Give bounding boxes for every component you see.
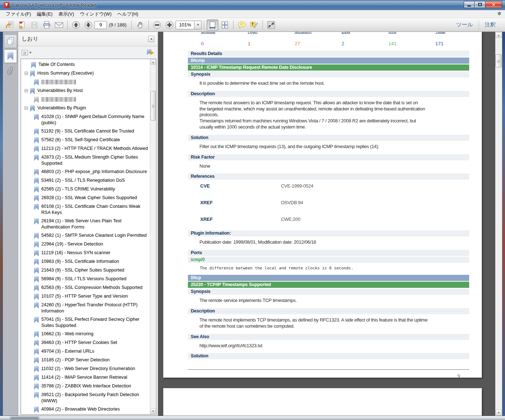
minimize-button[interactable] <box>464 1 475 8</box>
page-thumbnails-tab[interactable] <box>4 34 17 48</box>
maximize-button[interactable] <box>475 1 485 8</box>
menu-item[interactable]: ヘルプ(H) <box>114 10 141 18</box>
bookmark-item[interactable]: 10662 (3) - Web mirroring <box>33 330 150 339</box>
bookmark-item[interactable]: 10185 (2) - POP Server Detection <box>33 356 150 365</box>
scroll-up-arrow[interactable]: ▲ <box>151 59 156 65</box>
bookmark-item[interactable]: 51192 (9) - SSL Certificate Cannot Be Tr… <box>33 127 150 136</box>
bookmark-icon <box>34 169 39 175</box>
adobe-reader-app-icon[interactable] <box>4 2 9 8</box>
bookmark-item[interactable]: 11414 (2) - IMAP Service Banner Retrieva… <box>33 373 150 382</box>
scroll-down-arrow[interactable]: ▼ <box>496 410 502 415</box>
bookmark-item[interactable] <box>33 95 150 104</box>
bookmark-item[interactable]: 22964 (19) - Service Detection <box>33 240 150 249</box>
menu-item[interactable]: 編集(E) <box>34 10 55 18</box>
bookmark-icon <box>34 218 39 224</box>
scroll-down-arrow[interactable]: ▼ <box>151 408 156 414</box>
scrollbar-thumb[interactable] <box>496 54 502 67</box>
create-pdf-button[interactable] <box>16 20 28 30</box>
zoom-out-button[interactable] <box>151 20 163 30</box>
bookmarks-scrollbar[interactable]: ▲ ▼ <box>150 59 156 414</box>
highlight-text-button[interactable]: T <box>248 20 260 30</box>
menu-item[interactable]: ウィンドウ(W) <box>77 10 114 18</box>
bookmark-item[interactable]: 46803 (2) - PHP expose_php Information D… <box>33 168 150 176</box>
bookmark-item[interactable]: 49704 (3) - External URLs <box>33 347 150 356</box>
body-text: Publication date: 1999/08/01, Modificati… <box>188 236 469 249</box>
document-scrollbar[interactable]: ▲ ▼ <box>495 32 502 416</box>
save-button[interactable] <box>29 20 40 30</box>
scrollbar-grip <box>152 104 154 108</box>
page-number-input[interactable] <box>94 21 107 29</box>
close-button[interactable]: ✕ <box>485 1 502 8</box>
bookmark-item[interactable]: 56984 (9) - SSL / TLS Versions Supported <box>33 275 150 284</box>
save-icon <box>30 21 38 29</box>
bookmark-item[interactable]: 53491 (2) - SSL / TLS Renegotiation DoS <box>33 176 150 185</box>
bookmark-item[interactable]: 62563 (9) - SSL Compression Methods Supp… <box>33 284 150 292</box>
print-button[interactable] <box>41 20 52 30</box>
bookmark-item[interactable]: Vulnerabilities By Host <box>24 87 150 95</box>
fit-width-button[interactable] <box>207 20 218 30</box>
tools-button[interactable]: ツール <box>450 21 479 28</box>
toolbar-separator <box>67 20 68 30</box>
collapse-toggle-icon[interactable] <box>25 106 28 110</box>
bookmark-icon <box>34 375 39 381</box>
bookmark-item[interactable]: 39521 (2) - Backported Security Patch De… <box>33 391 150 405</box>
add-comment-button[interactable] <box>236 20 248 30</box>
severity-count: 1 <box>235 41 282 46</box>
bookmark-item[interactable] <box>33 78 150 87</box>
expand-current-bookmark-button[interactable] <box>146 49 154 56</box>
next-page-button[interactable] <box>83 20 94 30</box>
body-line: The remote host implements TCP timestamp… <box>199 317 469 323</box>
bookmark-item[interactable]: 39463 (3) - HTTP Server Cookies Set <box>33 339 150 347</box>
menu-item[interactable]: ファイル(F) <box>3 10 34 18</box>
bookmark-item[interactable]: 11213 (2) - HTTP TRACE / TRACK Methods A… <box>33 144 150 153</box>
collapse-panel-button[interactable]: ◄ <box>148 36 154 42</box>
bookmark-item[interactable]: 26194 (1) - Web Server Uses Plain Text A… <box>33 217 150 231</box>
bookmark-item[interactable]: 41028 (1) - SNMP Agent Default Community… <box>33 113 150 127</box>
bookmarks-tab[interactable] <box>4 49 17 63</box>
bookmark-item[interactable]: Vulnerabilities By Plugin <box>24 104 150 113</box>
bookmark-options-button[interactable]: ▼ <box>22 50 32 55</box>
bookmark-item[interactable]: Table Of Contents <box>30 60 150 69</box>
annotations-button[interactable]: 注釈 <box>479 21 501 28</box>
scroll-up-arrow[interactable]: ▲ <box>496 32 502 38</box>
toolbar-separator <box>204 20 204 30</box>
bookmark-item[interactable]: 35786 (2) - ZABBIX Web Interface Detecti… <box>33 382 150 391</box>
hand-tool-button[interactable] <box>134 20 146 30</box>
bookmark-item[interactable]: 42057 (2) - Web Server Allows Password A… <box>33 414 150 414</box>
zoom-dropdown-button[interactable]: ▼ <box>194 21 202 29</box>
bookmark-item[interactable]: 57041 (5) - SSL Perfect Forward Secrecy … <box>33 315 150 330</box>
bookmark-item[interactable]: 10107 (5) - HTTP Server Type and Version <box>33 292 150 301</box>
bookmark-item[interactable]: 10863 (9) - SSL Certificate Information <box>33 257 150 266</box>
scrollbar-thumb[interactable] <box>151 91 156 121</box>
collapse-toggle-icon[interactable] <box>25 72 28 75</box>
bookmark-item[interactable]: 21643 (9) - SSL Cipher Suites Supported <box>33 266 150 275</box>
body-text: The remote host implements TCP timestamp… <box>188 314 469 333</box>
previous-page-button[interactable] <box>70 20 82 30</box>
bookmark-item[interactable]: 26928 (1) - SSL Weak Cipher Suites Suppo… <box>33 194 150 202</box>
bookmark-item[interactable]: 54582 (1) - SMTP Service Cleartext Login… <box>33 231 150 240</box>
menu-item[interactable]: 表示(V) <box>55 10 77 18</box>
bookmarks-panel-title: しおり <box>22 35 38 42</box>
fit-page-button[interactable] <box>219 20 231 30</box>
menu-pin-icon[interactable]: ✲ <box>497 11 501 16</box>
zoom-in-button[interactable] <box>164 20 175 30</box>
svg-text:T: T <box>252 22 254 26</box>
fullscreen-mode-button[interactable] <box>265 20 277 30</box>
fit-page-icon <box>221 21 229 29</box>
bookmark-item[interactable]: 40984 (2) - Browsable Web Directories <box>33 405 150 414</box>
bookmark-item[interactable]: 42873 (2) - SSL Medium Strength Cipher S… <box>33 153 150 168</box>
bookmark-item[interactable]: 60108 (1) - SSL Certificate Chain Contai… <box>33 202 150 217</box>
bookmark-item[interactable]: 24260 (5) - HyperText Transfer Protocol … <box>33 301 150 315</box>
bookmark-item[interactable]: 11032 (2) - Web Server Directory Enumera… <box>33 365 150 373</box>
open-button[interactable] <box>4 20 16 30</box>
bookmark-item[interactable]: 57582 (6) - SSL Self-Signed Certificate <box>33 136 150 144</box>
bookmark-label: 57582 (6) - SSL Self-Signed Certificate <box>41 137 120 143</box>
bookmark-item[interactable]: 62565 (2) - TLS CRIME Vulnerability <box>33 185 150 194</box>
collapse-toggle-icon[interactable] <box>25 89 28 92</box>
bookmark-item[interactable]: 11219 (16) - Nessus SYN scanner <box>33 249 150 257</box>
zoom-level-value[interactable]: 101% <box>176 21 194 29</box>
toolbar-separator <box>233 20 233 30</box>
attachments-tab[interactable] <box>4 64 17 78</box>
bookmark-item[interactable]: Hosts Summary (Executive) <box>24 69 150 78</box>
email-button[interactable] <box>53 20 65 30</box>
